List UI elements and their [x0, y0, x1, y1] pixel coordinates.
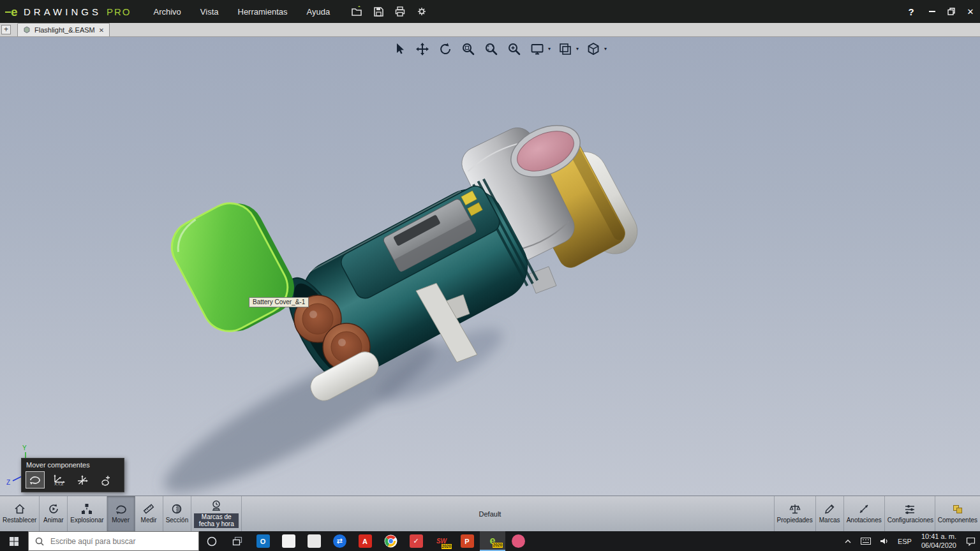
- help-button[interactable]: ?: [900, 6, 923, 17]
- anotaciones-button[interactable]: Anotaciones: [843, 496, 884, 531]
- marcas-button[interactable]: Marcas: [815, 496, 843, 531]
- date-label: 06/04/2020: [921, 541, 956, 550]
- medir-button[interactable]: Medir: [135, 496, 163, 531]
- tray-chevron-icon[interactable]: [840, 531, 856, 551]
- configuraciones-button[interactable]: Configuraciones: [884, 496, 935, 531]
- markup-icon: [823, 503, 836, 515]
- rotate-component-icon[interactable]: [26, 471, 45, 489]
- zoom-fit-tool-icon[interactable]: [482, 40, 500, 57]
- taskbar-app-pink[interactable]: [505, 531, 531, 551]
- svg-text:e: e: [11, 5, 18, 18]
- bottom-toolbar: Default Restablecer Animar Explosionar M…: [0, 496, 980, 531]
- marcas-fecha-button[interactable]: Marcas de fecha y hora: [191, 496, 242, 531]
- display-style-icon[interactable]: [528, 40, 546, 57]
- restablecer-button[interactable]: Restablecer: [0, 496, 40, 531]
- tray-keyboard-icon[interactable]: [856, 531, 875, 551]
- explode-icon: [80, 503, 93, 515]
- componentes-button[interactable]: Componentes: [935, 496, 980, 531]
- open-icon[interactable]: [346, 2, 368, 21]
- search-input[interactable]: [49, 536, 192, 547]
- translate-component-icon[interactable]: [73, 471, 92, 489]
- print-icon[interactable]: [389, 2, 411, 21]
- viewport-3d[interactable]: ▾ ▾ ▾ Battery Cover_&-1 Y Z Mover compon…: [0, 37, 980, 496]
- part-battery-cover[interactable]: [163, 191, 304, 344]
- section-icon: [170, 503, 183, 515]
- taskbar-app-teamviewer[interactable]: ⇄: [327, 531, 352, 551]
- animar-button[interactable]: Animar: [40, 496, 68, 531]
- taskbar-search[interactable]: [28, 531, 199, 551]
- mover-button[interactable]: Mover: [107, 496, 135, 531]
- axis-y-label: Y: [22, 444, 27, 452]
- seccion-button[interactable]: Sección: [163, 496, 192, 531]
- language-indicator[interactable]: ESP: [893, 531, 916, 551]
- search-icon: [35, 537, 44, 546]
- chrome-icon: [384, 534, 397, 548]
- action-center-icon[interactable]: [961, 531, 980, 551]
- move-xyz-caption: X,Y,Z: [54, 482, 63, 486]
- menu-herramientas[interactable]: Herramientas: [228, 0, 297, 23]
- close-button[interactable]: ✕: [961, 0, 980, 23]
- rotate-tool-icon[interactable]: [436, 40, 454, 57]
- orientation-cube-caret-icon[interactable]: ▾: [604, 46, 607, 52]
- taskbar-app-acrobat[interactable]: A: [352, 531, 378, 551]
- zoom-tool-icon[interactable]: [505, 40, 523, 57]
- clock[interactable]: 10:41 a. m. 06/04/2020: [916, 533, 961, 550]
- taskbar-app-outlook[interactable]: O: [250, 531, 276, 551]
- windows-taskbar: O ⇄ A ✓ SW 2020 P e 2020 ESP 10:41 a. m.…: [0, 531, 980, 551]
- move-xyz-icon[interactable]: X,Y,Z: [49, 471, 68, 489]
- menu-ayuda[interactable]: Ayuda: [297, 0, 340, 23]
- taskbar-app-security[interactable]: ✓: [403, 531, 429, 551]
- menu-vista[interactable]: Vista: [191, 0, 228, 23]
- orientation-cube-icon[interactable]: [584, 40, 602, 57]
- datestamp-icon: [210, 499, 223, 512]
- cortana-button[interactable]: [199, 531, 225, 551]
- minimize-button[interactable]: [923, 0, 942, 23]
- propiedades-button[interactable]: Propiedades: [774, 496, 815, 531]
- popup-icon-row: X,Y,Z: [22, 470, 124, 492]
- taskbar-app-solidworks[interactable]: SW 2020: [429, 531, 454, 551]
- tab-label: Flashlight_&.EASM: [34, 26, 95, 34]
- logo-name: DRAWINGS: [24, 6, 101, 17]
- pan-tool-icon[interactable]: [413, 40, 431, 57]
- menu-archivo[interactable]: Archivo: [144, 0, 190, 23]
- free-drag-icon[interactable]: [96, 471, 115, 489]
- markup-view-icon[interactable]: [556, 40, 574, 57]
- save-icon[interactable]: [368, 2, 389, 21]
- taskbar-app-edrawings[interactable]: e 2020: [480, 531, 505, 551]
- display-style-caret-icon[interactable]: ▾: [548, 46, 551, 52]
- component-tooltip: Battery Cover_&-1: [249, 297, 309, 307]
- markup-view-caret-icon[interactable]: ▾: [576, 46, 579, 52]
- move-components-popup: Mover componentes X,Y,Z: [21, 458, 124, 492]
- settings-icon[interactable]: [411, 2, 433, 21]
- bottom-toolbar-right: Propiedades Marcas Anotaciones Configura…: [774, 496, 980, 531]
- taskbar-app-powerpoint[interactable]: P: [454, 531, 480, 551]
- tray-speaker-icon[interactable]: [875, 531, 893, 551]
- new-tab-button[interactable]: +: [1, 25, 11, 34]
- home-icon: [13, 503, 26, 515]
- tab-close-icon[interactable]: ✕: [99, 27, 104, 34]
- titlebar-quick-icons: [346, 2, 433, 21]
- maximize-button[interactable]: [942, 0, 961, 23]
- select-tool-icon[interactable]: [390, 40, 408, 57]
- view-toolbar: ▾ ▾ ▾: [390, 40, 607, 57]
- system-tray: ESP 10:41 a. m. 06/04/2020: [840, 531, 980, 551]
- edrawings-logo: e DRAWINGS PRO: [0, 4, 137, 18]
- taskbar-app-chrome[interactable]: [378, 531, 403, 551]
- scene-3d[interactable]: [0, 37, 980, 496]
- axis-z-label: Z: [6, 479, 10, 486]
- popup-title: Mover componentes: [22, 459, 124, 470]
- bottom-toolbar-left: Restablecer Animar Explosionar Mover Med…: [0, 496, 242, 531]
- tab-document-icon: [23, 26, 31, 34]
- logo-pro: PRO: [107, 6, 131, 17]
- document-tab[interactable]: Flashlight_&.EASM ✕: [17, 23, 110, 36]
- explosionar-button[interactable]: Explosionar: [68, 496, 107, 531]
- taskbar-app-calculator[interactable]: [301, 531, 327, 551]
- task-view-button[interactable]: [225, 531, 250, 551]
- components-icon: [951, 503, 964, 515]
- start-button[interactable]: [0, 531, 28, 551]
- animate-icon: [47, 503, 60, 515]
- zoom-area-tool-icon[interactable]: [459, 40, 477, 57]
- move-icon: [114, 503, 127, 515]
- taskbar-app-mail[interactable]: [276, 531, 301, 551]
- tabbar: + Flashlight_&.EASM ✕: [0, 23, 980, 37]
